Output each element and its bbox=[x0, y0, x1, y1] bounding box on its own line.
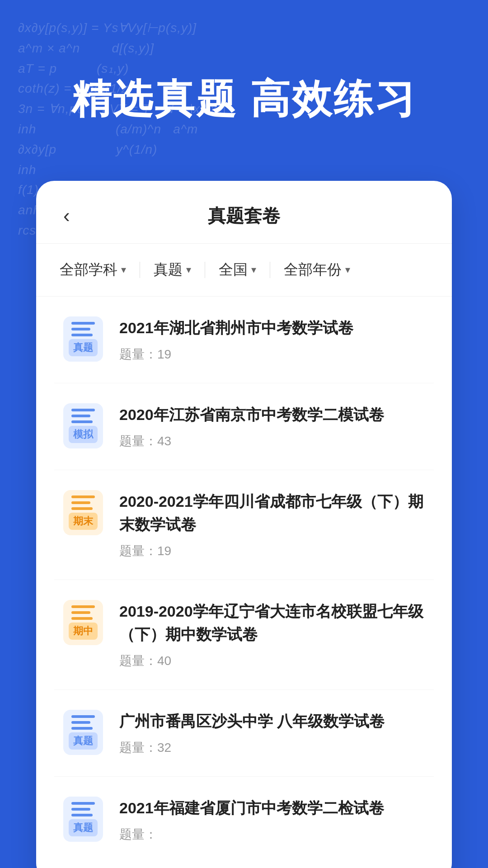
badge-line-1 bbox=[71, 802, 95, 805]
badge-line-1 bbox=[71, 495, 95, 498]
badge-line-1 bbox=[71, 409, 95, 411]
item-meta: 题量：32 bbox=[119, 739, 425, 756]
badge-line-2 bbox=[71, 611, 90, 614]
item-meta: 题量： bbox=[119, 826, 425, 843]
badge-label: 真题 bbox=[69, 339, 98, 356]
badge-line-3 bbox=[71, 420, 93, 423]
item-title: 2019-2020学年辽宁省大连市名校联盟七年级（下）期中数学试卷 bbox=[119, 600, 425, 646]
filter-subject-label: 全部学科 bbox=[60, 260, 117, 280]
badge-qimo: 期末 bbox=[63, 490, 103, 535]
badge-icon bbox=[71, 409, 95, 423]
badge-icon bbox=[71, 715, 95, 730]
item-title: 2020年江苏省南京市中考数学二模试卷 bbox=[119, 403, 425, 426]
badge-line-2 bbox=[71, 415, 90, 417]
filter-divider-2 bbox=[205, 262, 205, 278]
question-count-label: 题量： bbox=[119, 741, 157, 755]
badge-qizhong: 期中 bbox=[63, 600, 103, 645]
question-count-label: 题量： bbox=[119, 654, 157, 668]
item-content: 2021年福建省厦门市中考数学二检试卷 题量： bbox=[119, 797, 425, 843]
page-title: 真题套卷 bbox=[208, 203, 280, 228]
item-meta: 题量：19 bbox=[119, 542, 425, 560]
item-content: 2019-2020学年辽宁省大连市名校联盟七年级（下）期中数学试卷 题量：40 bbox=[119, 600, 425, 670]
item-content: 2020-2021学年四川省成都市七年级（下）期末数学试卷 题量：19 bbox=[119, 490, 425, 560]
exam-list: 真题 2021年湖北省荆州市中考数学试卷 题量：19 模拟 2020年江苏省南 bbox=[36, 297, 452, 863]
item-title: 2021年福建省厦门市中考数学二检试卷 bbox=[119, 797, 425, 820]
content-card: ‹ 真题套卷 全部学科 ▾ 真题 ▾ 全国 ▾ 全部年份 ▾ bbox=[36, 181, 452, 868]
list-item[interactable]: 期末 2020-2021学年四川省成都市七年级（下）期末数学试卷 题量：19 bbox=[54, 470, 434, 580]
question-count: 40 bbox=[157, 654, 171, 668]
badge-zhenti: 真题 bbox=[63, 797, 103, 842]
list-item[interactable]: 模拟 2020年江苏省南京市中考数学二模试卷 题量：43 bbox=[54, 383, 434, 470]
filter-year[interactable]: 全部年份 ▾ bbox=[275, 260, 359, 280]
filter-year-arrow: ▾ bbox=[345, 264, 350, 276]
filter-region-label: 全国 bbox=[219, 260, 248, 280]
filter-subject-arrow: ▾ bbox=[121, 264, 126, 276]
filter-bar: 全部学科 ▾ 真题 ▾ 全国 ▾ 全部年份 ▾ bbox=[36, 244, 452, 297]
badge-label: 真题 bbox=[69, 732, 98, 750]
badge-line-3 bbox=[71, 334, 93, 336]
badge-line-1 bbox=[71, 715, 95, 718]
filter-divider-1 bbox=[140, 262, 140, 278]
filter-region-arrow: ▾ bbox=[251, 264, 256, 276]
filter-divider-3 bbox=[270, 262, 270, 278]
card-header: ‹ 真题套卷 bbox=[36, 181, 452, 244]
filter-type-arrow: ▾ bbox=[186, 264, 191, 276]
badge-line-3 bbox=[71, 727, 93, 730]
question-count: 32 bbox=[157, 741, 171, 755]
item-meta: 题量：40 bbox=[119, 652, 425, 670]
list-item[interactable]: 真题 广州市番禺区沙头中学 八年级数学试卷 题量：32 bbox=[54, 690, 434, 777]
item-meta: 题量：43 bbox=[119, 433, 425, 450]
badge-icon bbox=[71, 802, 95, 816]
badge-label: 真题 bbox=[69, 819, 98, 836]
badge-line-3 bbox=[71, 507, 93, 510]
badge-label: 期末 bbox=[69, 513, 98, 530]
question-count-label: 题量： bbox=[119, 347, 157, 361]
badge-line-1 bbox=[71, 322, 95, 325]
badge-label: 期中 bbox=[69, 623, 98, 640]
badge-zhenti: 真题 bbox=[63, 710, 103, 755]
hero-title: 精选真题 高效练习 bbox=[0, 72, 488, 126]
badge-line-1 bbox=[71, 605, 95, 608]
list-item[interactable]: 期中 2019-2020学年辽宁省大连市名校联盟七年级（下）期中数学试卷 题量：… bbox=[54, 580, 434, 690]
question-count-label: 题量： bbox=[119, 827, 157, 841]
item-meta: 题量：19 bbox=[119, 346, 425, 363]
item-title: 2020-2021学年四川省成都市七年级（下）期末数学试卷 bbox=[119, 490, 425, 536]
filter-year-label: 全部年份 bbox=[284, 260, 342, 280]
badge-line-3 bbox=[71, 617, 93, 620]
list-item[interactable]: 真题 2021年湖北省荆州市中考数学试卷 题量：19 bbox=[54, 297, 434, 383]
question-count-label: 题量： bbox=[119, 434, 157, 448]
badge-label: 模拟 bbox=[69, 426, 98, 443]
badge-moni: 模拟 bbox=[63, 403, 103, 448]
badge-line-2 bbox=[71, 501, 90, 504]
filter-type-label: 真题 bbox=[154, 260, 183, 280]
list-item[interactable]: 真题 2021年福建省厦门市中考数学二检试卷 题量： bbox=[54, 777, 434, 863]
item-title: 2021年湖北省荆州市中考数学试卷 bbox=[119, 316, 425, 340]
question-count: 19 bbox=[157, 544, 171, 558]
badge-line-2 bbox=[71, 328, 90, 330]
badge-line-2 bbox=[71, 808, 90, 811]
item-title: 广州市番禺区沙头中学 八年级数学试卷 bbox=[119, 710, 425, 733]
back-button[interactable]: ‹ bbox=[63, 204, 90, 227]
filter-type[interactable]: 真题 ▾ bbox=[145, 260, 200, 280]
filter-subject[interactable]: 全部学科 ▾ bbox=[60, 260, 135, 280]
item-content: 2021年湖北省荆州市中考数学试卷 题量：19 bbox=[119, 316, 425, 363]
item-content: 2020年江苏省南京市中考数学二模试卷 题量：43 bbox=[119, 403, 425, 450]
badge-line-2 bbox=[71, 721, 90, 724]
question-count-label: 题量： bbox=[119, 544, 157, 558]
badge-icon bbox=[71, 495, 95, 510]
question-count: 19 bbox=[157, 347, 171, 361]
badge-icon bbox=[71, 605, 95, 620]
filter-region[interactable]: 全国 ▾ bbox=[210, 260, 265, 280]
item-content: 广州市番禺区沙头中学 八年级数学试卷 题量：32 bbox=[119, 710, 425, 756]
badge-zhenti: 真题 bbox=[63, 316, 103, 362]
badge-line-3 bbox=[71, 814, 93, 816]
question-count: 43 bbox=[157, 434, 171, 448]
badge-icon bbox=[71, 322, 95, 336]
